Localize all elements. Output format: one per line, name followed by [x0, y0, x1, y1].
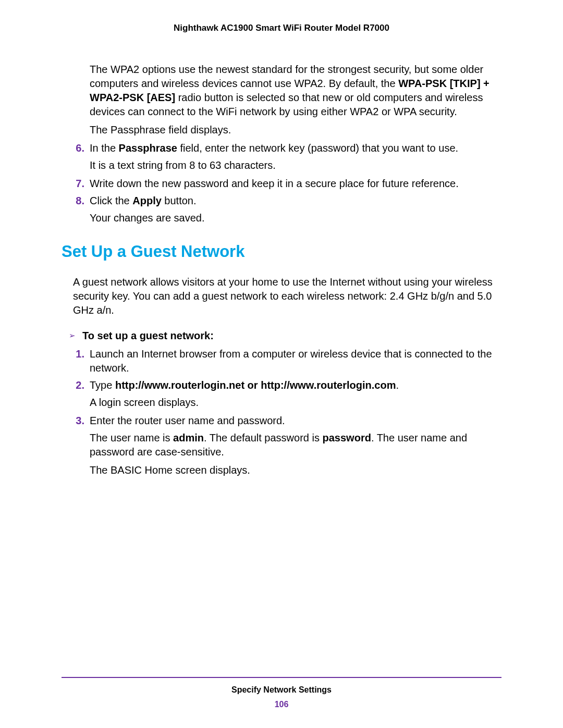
proc-step-2: 2. Type http://www.routerlogin.net or ht… — [62, 378, 501, 392]
procedure-title: To set up a guest network: — [82, 329, 214, 343]
footer-rule — [62, 677, 501, 678]
page-header: Nighthawk AC1900 Smart WiFi Router Model… — [0, 23, 563, 33]
step-number: 3. — [69, 414, 84, 428]
section-heading-guest-network: Set Up a Guest Network — [62, 241, 501, 263]
step-text: Launch an Internet browser from a comput… — [90, 347, 501, 375]
url-text: http://www.routerlogin.net — [115, 379, 244, 391]
footer-page-number: 106 — [62, 700, 501, 709]
text-bold: Passphrase — [119, 142, 177, 154]
text: In the — [90, 142, 119, 154]
procedure-heading: ➢ To set up a guest network: — [69, 329, 501, 343]
step-number: 1. — [69, 347, 84, 375]
step-7: 7. Write down the new password and keep … — [62, 177, 501, 191]
proc-step-3-sub2: The BASIC Home screen displays. — [90, 463, 501, 477]
page-footer: Specify Network Settings 106 — [62, 677, 501, 709]
step-8-sub: Your changes are saved. — [90, 211, 501, 225]
wpa2-paragraph: The WPA2 options use the newest standard… — [90, 63, 501, 119]
arrow-icon: ➢ — [69, 329, 82, 342]
step-6-sub: It is a text string from 8 to 63 charact… — [90, 158, 501, 172]
text: The user name is — [90, 432, 173, 443]
text: . — [396, 379, 399, 391]
proc-step-1: 1. Launch an Internet browser from a com… — [62, 347, 501, 375]
text: Type — [90, 379, 115, 391]
step-number: 6. — [69, 141, 84, 155]
step-number: 8. — [69, 194, 84, 208]
text: or — [244, 379, 261, 391]
proc-step-2-sub: A login screen displays. — [90, 396, 501, 410]
guest-network-intro: A guest network allows visitors at your … — [73, 275, 501, 317]
step-6: 6. In the Passphrase field, enter the ne… — [62, 141, 501, 155]
step-text: In the Passphrase field, enter the netwo… — [90, 141, 501, 155]
step-text: Type http://www.routerlogin.net or http:… — [90, 378, 501, 392]
step-text: Enter the router user name and password. — [90, 414, 501, 428]
step-text: Click the Apply button. — [90, 194, 501, 208]
proc-step-3-sub1: The user name is admin. The default pass… — [90, 431, 501, 459]
step-number: 2. — [69, 378, 84, 392]
text: Click the — [90, 195, 132, 206]
step-number: 7. — [69, 177, 84, 191]
text: . The default password is — [204, 432, 323, 443]
text-bold: Apply — [132, 195, 162, 206]
text-bold: password — [323, 432, 371, 443]
manual-page: Nighthawk AC1900 Smart WiFi Router Model… — [0, 0, 563, 728]
text: field, enter the network key (password) … — [177, 142, 458, 154]
step-8: 8. Click the Apply button. — [62, 194, 501, 208]
text-bold: admin — [173, 432, 204, 443]
url-text: http://www.routerlogin.com — [261, 379, 396, 391]
passphrase-displays: The Passphrase field displays. — [90, 123, 501, 137]
footer-chapter: Specify Network Settings — [62, 685, 501, 695]
text: button. — [162, 195, 197, 206]
step-text: Write down the new password and keep it … — [90, 177, 501, 191]
page-content: The WPA2 options use the newest standard… — [62, 63, 501, 482]
proc-step-3: 3. Enter the router user name and passwo… — [62, 414, 501, 428]
